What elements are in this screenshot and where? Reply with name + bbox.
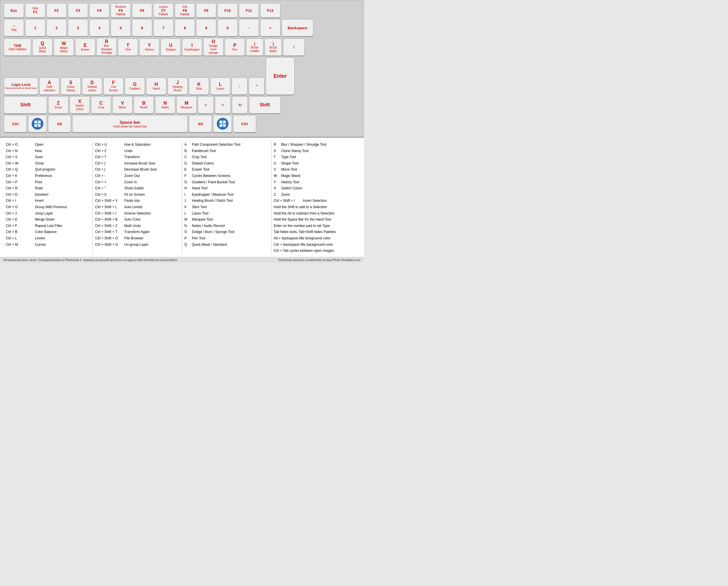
- key-f10[interactable]: F10: [217, 3, 238, 18]
- key-f6[interactable]: F6: [132, 3, 152, 18]
- key-9[interactable]: 9: [196, 19, 216, 36]
- list-item: Ctrl + Shift + OFile Browser: [95, 235, 179, 242]
- key-rbracket[interactable]: ] Brush larger: [264, 39, 282, 56]
- list-item: RBlur / Sharpen / Smudge Tool: [274, 142, 358, 148]
- key-m[interactable]: M Marquee: [177, 96, 197, 114]
- list-item: EEraser Tool: [184, 167, 269, 173]
- key-gt[interactable]: >: [215, 96, 231, 114]
- key-8[interactable]: 8: [175, 19, 195, 36]
- key-f5[interactable]: Brushes F5 Pallette: [111, 3, 131, 18]
- key-f2[interactable]: F2: [47, 3, 67, 18]
- key-2[interactable]: 2: [47, 19, 67, 36]
- key-f10-label: F10: [225, 8, 231, 13]
- key-quote[interactable]: ": [249, 77, 264, 95]
- key-backslash[interactable]: \: [283, 39, 305, 56]
- key-1[interactable]: 1: [25, 19, 45, 36]
- key-p[interactable]: P Pen: [225, 39, 245, 56]
- key-lbracket[interactable]: [ Brush smaller: [246, 39, 263, 56]
- key-f9[interactable]: F9: [196, 3, 216, 18]
- windows-icon-right: [216, 118, 229, 130]
- key-backspace[interactable]: Backspace: [282, 19, 313, 36]
- key-b[interactable]: B Brush: [134, 96, 154, 114]
- svg-point-0: [32, 118, 43, 129]
- key-f1[interactable]: help F1: [25, 3, 45, 18]
- key-i[interactable]: I Eyedropper: [182, 39, 202, 56]
- key-f7-bot: Pallette: [159, 13, 168, 16]
- list-item: XSwitch Colors: [274, 185, 358, 192]
- key-t[interactable]: T Text: [118, 39, 138, 56]
- key-f11[interactable]: F11: [239, 3, 259, 18]
- key-alt-right[interactable]: Alt: [189, 115, 212, 132]
- key-v[interactable]: V Move: [112, 96, 133, 114]
- key-ctrl-right[interactable]: Ctrl: [233, 115, 256, 132]
- key-s[interactable]: S Clone Stamp: [61, 77, 81, 95]
- key-r[interactable]: R Blur Sharpen Smudge: [97, 38, 117, 56]
- key-7[interactable]: 7: [153, 19, 174, 36]
- list-item: Ctrl + ZUndo: [95, 148, 179, 154]
- key-e[interactable]: E Eraser: [75, 39, 95, 56]
- key-lt[interactable]: <: [198, 96, 214, 114]
- windows-icon: [31, 118, 44, 130]
- list-item: BPaintbrush Tool: [184, 148, 269, 154]
- key-j[interactable]: J Healing Brush: [167, 77, 188, 95]
- key-shift-left[interactable]: Shift: [4, 96, 47, 114]
- list-item: UShape Tool: [274, 161, 358, 167]
- list-item: Ctrl + Shift + VPaste Into: [95, 198, 179, 204]
- key-n[interactable]: N Notes: [155, 96, 175, 114]
- list-item: Ctrl + ]Increase Brush Size: [95, 161, 179, 167]
- key-6[interactable]: 6: [132, 19, 152, 36]
- key-x[interactable]: X Switch colors: [70, 96, 90, 114]
- list-item: Ctrl + TTransform: [95, 154, 179, 161]
- key-l[interactable]: L Lasso: [210, 77, 230, 95]
- key-4[interactable]: 4: [89, 19, 109, 36]
- key-semicolon[interactable]: :: [232, 77, 248, 95]
- key-capslock[interactable]: Caps Lock Percise brush or brush size: [4, 77, 38, 95]
- list-item: Ctrl + backspace fills background color: [274, 242, 358, 248]
- key-5[interactable]: 5: [111, 19, 131, 36]
- key-u[interactable]: U Shapes: [161, 39, 181, 56]
- list-item: Ctrl + RRuler: [6, 185, 90, 192]
- key-win-left[interactable]: [28, 115, 47, 132]
- key-q[interactable]: Q Quick Mask: [32, 39, 53, 56]
- key-spacebar[interactable]: Space bar Hold down for hand tool: [72, 115, 188, 132]
- key-enter[interactable]: Enter: [266, 57, 294, 95]
- key-ctrl-left[interactable]: Ctrl: [4, 115, 27, 132]
- key-k[interactable]: K Slice: [189, 77, 209, 95]
- key-win-right[interactable]: [213, 115, 232, 132]
- key-alt-left[interactable]: Alt: [48, 115, 71, 132]
- list-item: FCycles Between Screens: [184, 173, 269, 179]
- key-f3[interactable]: F3: [68, 3, 88, 18]
- list-item: DDefault Colors: [184, 161, 269, 167]
- key-minus[interactable]: -: [239, 19, 259, 36]
- key-plus[interactable]: +: [260, 19, 280, 36]
- key-shift-right[interactable]: Shift: [249, 96, 281, 114]
- fn-row: Esc help F1 F2 F3 F4 Brushes F5 Pallette…: [4, 3, 360, 18]
- key-0[interactable]: 0: [217, 19, 238, 36]
- key-f7[interactable]: Layers F7 Pallette: [153, 3, 174, 18]
- key-3[interactable]: 3: [68, 19, 88, 36]
- list-item: Ctrl + WClose: [6, 161, 90, 167]
- key-f12[interactable]: F12: [260, 3, 280, 18]
- footer: Исправления внес Lilumi. Отредактировано…: [0, 257, 364, 263]
- key-tilde[interactable]: ~ Tildy: [4, 19, 24, 36]
- key-h[interactable]: H Hand: [146, 77, 166, 95]
- key-esc[interactable]: Esc: [4, 3, 24, 18]
- key-z[interactable]: Z Zoom: [48, 96, 69, 114]
- key-a[interactable]: A Path selection: [39, 77, 59, 95]
- key-slash[interactable]: ?/: [232, 96, 248, 114]
- list-item: TType Tool: [274, 154, 358, 161]
- key-w[interactable]: W Magic Wand: [54, 39, 74, 56]
- key-y[interactable]: Y History: [139, 39, 159, 56]
- key-f[interactable]: F Full Screen: [103, 77, 124, 95]
- key-g[interactable]: G Gradient: [125, 77, 145, 95]
- key-f5-top: Brushes: [115, 5, 126, 8]
- key-tilde-sub: Tildy: [11, 28, 17, 32]
- key-f4[interactable]: F4: [89, 3, 109, 18]
- key-c[interactable]: C Crop: [91, 96, 111, 114]
- key-o[interactable]: O Dodge burn sponge: [203, 38, 224, 56]
- key-f8[interactable]: Info F8 Pallette: [175, 3, 195, 18]
- key-d[interactable]: D Default colors: [82, 77, 102, 95]
- list-item: Ctrl + PPrint: [6, 179, 90, 186]
- list-item: Ctrl + UHue & Saturation: [95, 142, 179, 148]
- key-tab[interactable]: TAB Hide Pallettes: [4, 39, 31, 56]
